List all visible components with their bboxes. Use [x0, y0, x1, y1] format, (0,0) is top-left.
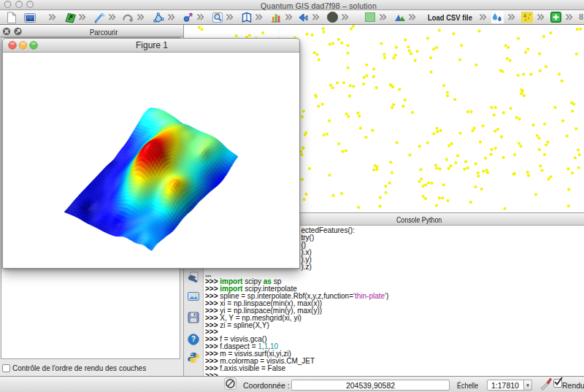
svg-text:?: ?: [191, 335, 196, 343]
svg-text:4: 4: [523, 13, 526, 18]
svg-text:8: 8: [579, 12, 583, 21]
